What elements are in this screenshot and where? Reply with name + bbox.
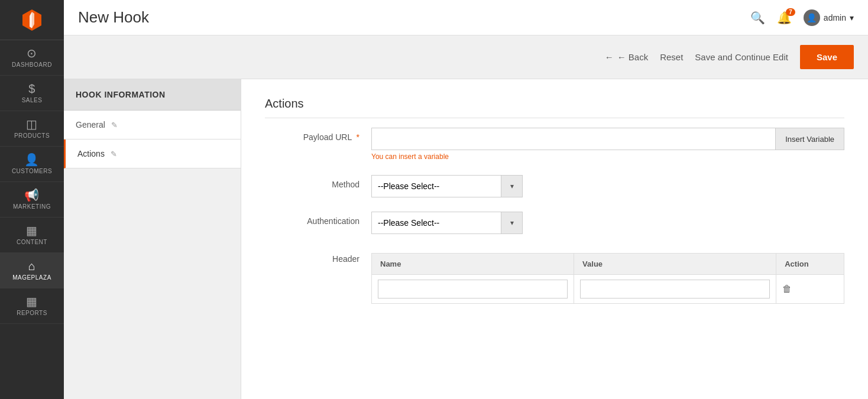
- insert-variable-button[interactable]: Insert Variable: [776, 128, 844, 150]
- header-col-value: Value: [574, 254, 776, 275]
- sidebar-item-products-label: Products: [14, 132, 50, 139]
- payload-url-input-group: Insert Variable: [371, 128, 844, 150]
- header-row: Header Name Value Action: [265, 248, 844, 304]
- reset-label: Reset: [660, 52, 683, 62]
- header-col-name: Name: [372, 254, 574, 275]
- action-bar: ← ← Back Reset Save and Continue Edit Sa…: [64, 35, 868, 79]
- main-content: New Hook 🔍 🔔 7 👤 admin ▾ ← ← Back: [64, 0, 868, 399]
- header-actions: 🔍 🔔 7 👤 admin ▾: [750, 9, 854, 26]
- payload-url-row: Payload URL * Insert Variable You can in…: [265, 128, 844, 161]
- page-title: New Hook: [78, 8, 149, 27]
- mageplaza-icon: ⌂: [28, 260, 36, 272]
- save-continue-label: Save and Continue Edit: [695, 52, 788, 62]
- header-table: Name Value Action: [371, 253, 844, 304]
- header-action-cell: 🗑: [776, 275, 844, 304]
- top-header: New Hook 🔍 🔔 7 👤 admin ▾: [64, 0, 868, 35]
- method-row: Method --Please Select-- ▾: [265, 175, 844, 197]
- marketing-icon: 📢: [24, 189, 40, 201]
- sidebar-item-dashboard-label: Dashboard: [12, 61, 52, 68]
- payload-url-field: Insert Variable You can insert a variabl…: [371, 128, 844, 161]
- search-button[interactable]: 🔍: [750, 11, 765, 25]
- content-icon: ▦: [26, 225, 38, 236]
- header-label: Header: [265, 248, 359, 264]
- authentication-select[interactable]: --Please Select--: [371, 212, 501, 234]
- save-button[interactable]: Save: [800, 45, 854, 69]
- customers-icon: 👤: [24, 154, 40, 166]
- nav-item-general[interactable]: General ✎: [64, 111, 241, 140]
- sidebar-item-marketing[interactable]: 📢 Marketing: [0, 182, 64, 218]
- header-col-action: Action: [776, 254, 844, 275]
- left-panel: HOOK INFORMATION General ✎ Actions ✎: [64, 79, 241, 399]
- back-icon: ←: [605, 52, 614, 62]
- sales-icon: $: [28, 83, 35, 95]
- notification-badge: 7: [786, 8, 795, 16]
- products-icon: ◫: [26, 118, 38, 130]
- admin-menu-button[interactable]: 👤 admin ▾: [804, 9, 854, 26]
- edit-icon-actions: ✎: [111, 150, 117, 158]
- user-icon: 👤: [807, 13, 817, 22]
- authentication-row: Authentication --Please Select-- ▾: [265, 212, 844, 234]
- method-select-wrap: --Please Select-- ▾: [371, 175, 844, 197]
- authentication-label: Authentication: [265, 212, 359, 226]
- content-area: HOOK INFORMATION General ✎ Actions ✎ Act…: [64, 79, 868, 399]
- save-continue-button[interactable]: Save and Continue Edit: [695, 52, 788, 62]
- payload-url-label: Payload URL *: [265, 128, 359, 142]
- reset-button[interactable]: Reset: [660, 52, 683, 62]
- method-select-arrow: ▾: [501, 175, 523, 197]
- avatar: 👤: [804, 9, 820, 26]
- actions-section-title: Actions: [265, 97, 844, 118]
- payload-url-input[interactable]: [371, 128, 776, 150]
- header-table-wrap: Name Value Action: [371, 248, 844, 304]
- nav-item-actions[interactable]: Actions ✎: [64, 140, 241, 168]
- sidebar-item-products[interactable]: ◫ Products: [0, 111, 64, 147]
- authentication-field: --Please Select-- ▾: [371, 212, 844, 234]
- method-field: --Please Select-- ▾: [371, 175, 844, 197]
- sidebar-item-reports[interactable]: ▦ Reports: [0, 288, 64, 324]
- reports-icon: ▦: [26, 296, 38, 307]
- sidebar-item-reports-label: Reports: [17, 310, 47, 316]
- notification-button[interactable]: 🔔 7: [777, 11, 792, 25]
- auth-select-arrow: ▾: [501, 212, 523, 234]
- header-name-cell: [372, 275, 574, 304]
- sidebar-item-mageplaza[interactable]: ⌂ Mageplaza: [0, 253, 64, 288]
- delete-row-button[interactable]: 🗑: [782, 284, 792, 294]
- sidebar-item-customers[interactable]: 👤 Customers: [0, 147, 64, 182]
- sidebar-item-dashboard[interactable]: ⊙ Dashboard: [0, 40, 64, 76]
- sidebar-item-sales[interactable]: $ Sales: [0, 76, 64, 111]
- back-button[interactable]: ← ← Back: [605, 52, 649, 62]
- authentication-select-wrap: --Please Select-- ▾: [371, 212, 844, 234]
- header-value-input[interactable]: [580, 280, 770, 299]
- sidebar-item-customers-label: Customers: [12, 168, 52, 174]
- sidebar-item-marketing-label: Marketing: [13, 203, 51, 210]
- payload-url-hint: You can insert a variable: [371, 153, 844, 161]
- nav-actions-label: Actions: [77, 149, 105, 158]
- method-label: Method: [265, 175, 359, 189]
- search-icon: 🔍: [750, 11, 765, 24]
- hook-info-title: HOOK INFORMATION: [64, 79, 241, 111]
- right-panel: Actions Payload URL * Insert Variable Yo…: [241, 79, 868, 399]
- sidebar-item-sales-label: Sales: [22, 97, 43, 103]
- dashboard-icon: ⊙: [27, 47, 37, 59]
- edit-icon-general: ✎: [111, 121, 118, 129]
- table-row: 🗑: [372, 275, 844, 304]
- sidebar-item-content-label: Content: [17, 239, 47, 245]
- back-label: ← Back: [617, 52, 649, 62]
- method-select[interactable]: --Please Select--: [371, 175, 501, 197]
- header-table-head-row: Name Value Action: [372, 254, 844, 275]
- sidebar-item-mageplaza-label: Mageplaza: [12, 274, 51, 281]
- sidebar: ⊙ Dashboard $ Sales ◫ Products 👤 Custome…: [0, 0, 64, 399]
- chevron-down-icon: ▾: [850, 13, 854, 22]
- sidebar-item-content[interactable]: ▦ Content: [0, 218, 64, 253]
- magento-logo-icon: [19, 7, 45, 33]
- header-name-input[interactable]: [378, 280, 568, 299]
- required-indicator: *: [357, 132, 359, 142]
- sidebar-logo: [0, 0, 64, 40]
- nav-general-label: General: [76, 120, 105, 129]
- header-value-cell: [574, 275, 776, 304]
- admin-label: admin: [824, 13, 846, 22]
